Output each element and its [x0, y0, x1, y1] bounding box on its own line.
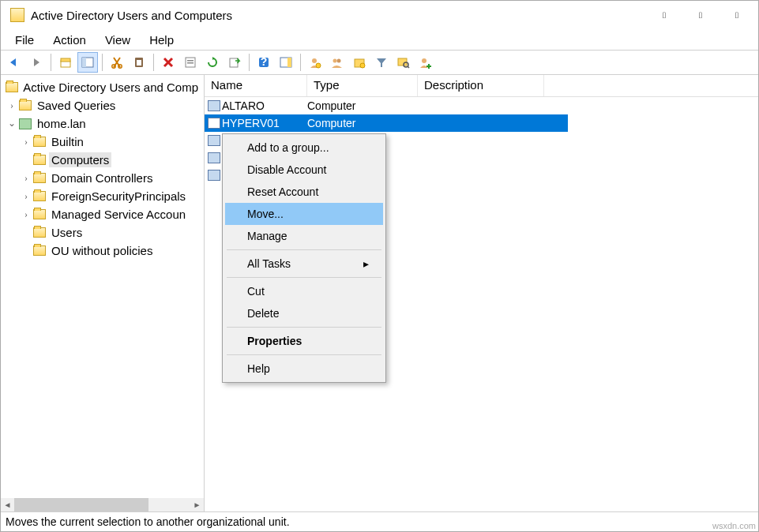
- filter-button[interactable]: [371, 52, 392, 73]
- tree-root[interactable]: Active Directory Users and Comp: [1, 78, 204, 96]
- expand-icon[interactable]: ›: [20, 172, 32, 184]
- ctx-move[interactable]: Move...: [225, 203, 383, 225]
- tree-ou-without-policies[interactable]: OU without policies: [1, 242, 204, 260]
- tree-pane: Active Directory Users and Comp › Saved …: [1, 75, 205, 511]
- close-button[interactable]: : [719, 2, 755, 28]
- svg-rect-1: [61, 58, 70, 62]
- folder-icon: [32, 154, 47, 167]
- properties-button[interactable]: [180, 52, 201, 73]
- tree-domain-controllers[interactable]: › Domain Controllers: [1, 169, 204, 187]
- context-menu: Add to a group... Disable Account Reset …: [222, 133, 386, 383]
- cut-button[interactable]: [107, 52, 127, 73]
- svg-point-16: [312, 58, 317, 63]
- ctx-disable-account[interactable]: Disable Account: [225, 159, 383, 181]
- column-description[interactable]: Description: [418, 75, 544, 96]
- ctx-all-tasks[interactable]: All Tasks▸: [225, 253, 383, 275]
- list-header: Name Type Description: [205, 75, 758, 97]
- folder-icon: [32, 245, 47, 257]
- refresh-button[interactable]: [202, 52, 223, 73]
- show-hide-tree-button[interactable]: [77, 52, 98, 73]
- find-button[interactable]: [393, 52, 414, 73]
- title-bar: Active Directory Users and Computers  …: [1, 1, 758, 29]
- tree-saved-queries[interactable]: › Saved Queries: [1, 96, 204, 114]
- tree-horizontal-scrollbar[interactable]: ◄ ►: [1, 498, 204, 511]
- svg-line-24: [408, 66, 409, 68]
- svg-rect-11: [230, 58, 238, 67]
- domain-icon: [18, 118, 32, 130]
- expand-icon[interactable]: ›: [6, 99, 18, 111]
- maximize-button[interactable]: : [682, 2, 719, 28]
- ctx-separator: [227, 327, 381, 328]
- tree-msa[interactable]: › Managed Service Accoun: [1, 205, 204, 223]
- export-button[interactable]: [224, 52, 245, 73]
- column-name[interactable]: Name: [205, 75, 307, 96]
- list-body: ALTARO Computer HYPERV01 Computer Add to…: [205, 97, 758, 511]
- main-splitter: Active Directory Users and Comp › Saved …: [1, 75, 758, 512]
- ctx-cut[interactable]: Cut: [225, 280, 383, 302]
- add-to-group-button[interactable]: [415, 52, 436, 73]
- tree-users[interactable]: Users: [1, 223, 204, 242]
- svg-rect-15: [287, 58, 291, 67]
- list-row[interactable]: ALTARO Computer: [205, 97, 568, 114]
- scroll-right-icon[interactable]: ►: [190, 498, 204, 511]
- svg-text:?: ?: [261, 56, 268, 68]
- computer-icon: [205, 135, 220, 146]
- tree-domain[interactable]: ⌄ home.lan: [1, 114, 204, 133]
- tree-fsp[interactable]: › ForeignSecurityPrincipals: [1, 187, 204, 205]
- svg-point-18: [333, 59, 337, 63]
- toolbar: ?: [1, 50, 758, 75]
- folder-icon: [32, 172, 47, 185]
- delete-button[interactable]: [158, 52, 178, 73]
- ctx-delete[interactable]: Delete: [225, 302, 383, 324]
- svg-point-17: [316, 63, 321, 68]
- minimize-button[interactable]: : [646, 2, 682, 28]
- menu-file[interactable]: File: [7, 32, 42, 48]
- svg-rect-7: [137, 60, 141, 66]
- scroll-left-icon[interactable]: ◄: [1, 498, 14, 511]
- tree-builtin[interactable]: › Builtin: [1, 133, 204, 151]
- column-type[interactable]: Type: [307, 75, 418, 96]
- collapse-icon[interactable]: ⌄: [6, 118, 18, 129]
- new-ou-button[interactable]: [349, 52, 370, 73]
- back-button[interactable]: [4, 52, 24, 73]
- status-bar: Moves the current selection to another o…: [1, 512, 758, 531]
- aduc-icon: [6, 81, 18, 94]
- ctx-help[interactable]: Help: [225, 358, 383, 380]
- computer-icon: [205, 118, 220, 129]
- new-user-button[interactable]: [305, 52, 325, 73]
- ctx-add-to-group[interactable]: Add to a group...: [225, 137, 383, 159]
- svg-point-21: [360, 63, 365, 68]
- menu-help[interactable]: Help: [141, 32, 182, 48]
- folder-icon: [18, 99, 32, 112]
- folder-icon: [32, 208, 47, 221]
- expand-icon[interactable]: ›: [20, 136, 32, 148]
- computer-icon: [205, 100, 220, 111]
- list-row-selected[interactable]: HYPERV01 Computer: [205, 114, 568, 132]
- forward-button[interactable]: [26, 52, 47, 73]
- svg-point-19: [337, 59, 341, 63]
- ctx-separator: [227, 277, 381, 278]
- help-button[interactable]: ?: [254, 52, 274, 73]
- up-button[interactable]: [55, 52, 76, 73]
- list-pane: Name Type Description ALTARO Computer HY…: [205, 75, 758, 511]
- submenu-arrow-icon: ▸: [363, 257, 369, 270]
- menu-action[interactable]: Action: [45, 32, 94, 48]
- svg-rect-3: [82, 58, 86, 67]
- svg-rect-10: [187, 62, 194, 64]
- new-group-button[interactable]: [327, 52, 348, 73]
- ctx-manage[interactable]: Manage: [225, 225, 383, 247]
- tree-computers[interactable]: Computers: [1, 151, 204, 169]
- ctx-reset-account[interactable]: Reset Account: [225, 181, 383, 203]
- scroll-thumb[interactable]: [14, 498, 148, 511]
- folder-icon: [32, 227, 47, 239]
- menu-view[interactable]: View: [97, 32, 138, 48]
- ctx-separator: [227, 249, 381, 250]
- svg-point-25: [422, 58, 426, 63]
- expand-icon[interactable]: ›: [20, 190, 32, 202]
- expand-icon[interactable]: ›: [20, 208, 32, 220]
- copy-button[interactable]: [129, 52, 149, 73]
- show-hide-action-pane-button[interactable]: [276, 52, 296, 73]
- app-icon: [10, 8, 24, 22]
- ctx-properties[interactable]: Properties: [225, 330, 383, 352]
- tree-root-label: Active Directory Users and Comp: [21, 80, 201, 95]
